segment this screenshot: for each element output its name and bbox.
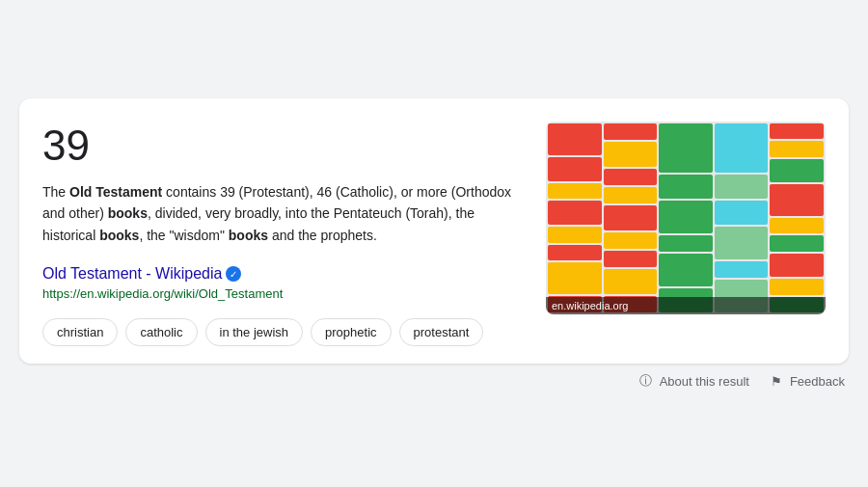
tag-catholic[interactable]: catholic — [125, 318, 197, 346]
card-left: 39 The Old Testament contains 39 (Protes… — [42, 122, 527, 346]
about-icon: ⓘ — [638, 373, 654, 389]
about-label: About this result — [660, 374, 749, 389]
chart-image[interactable]: en.wikipedia.org — [546, 122, 826, 314]
wiki-link-text: Old Testament - Wikipedia — [42, 265, 222, 283]
number-display: 39 — [42, 122, 527, 170]
tags-container: christian catholic in the jewish prophet… — [42, 318, 527, 346]
card-right: en.wikipedia.org — [546, 122, 826, 346]
wiki-link-container: Old Testament - Wikipedia ✓ https://en.w… — [42, 265, 527, 301]
feedback-label: Feedback — [790, 374, 845, 389]
description-text: The Old Testament contains 39 (Protestan… — [42, 181, 527, 246]
wiki-url: https://en.wikipedia.org/wiki/Old_Testam… — [42, 286, 527, 301]
tag-protestant[interactable]: protestant — [399, 318, 484, 346]
chart-grid — [546, 122, 826, 314]
footer: ⓘ About this result ⚑ Feedback — [19, 364, 849, 389]
verified-icon: ✓ — [226, 266, 241, 282]
image-source-label: en.wikipedia.org — [546, 297, 826, 314]
result-card: 39 The Old Testament contains 39 (Protes… — [19, 98, 849, 364]
feedback-button[interactable]: ⚑ Feedback — [769, 373, 845, 389]
feedback-icon: ⚑ — [769, 373, 784, 389]
tag-in-the-jewish[interactable]: in the jewish — [205, 318, 304, 346]
tag-prophetic[interactable]: prophetic — [311, 318, 391, 346]
tag-christian[interactable]: christian — [42, 318, 118, 346]
about-result-button[interactable]: ⓘ About this result — [638, 373, 749, 389]
wiki-link[interactable]: Old Testament - Wikipedia ✓ — [42, 265, 527, 283]
